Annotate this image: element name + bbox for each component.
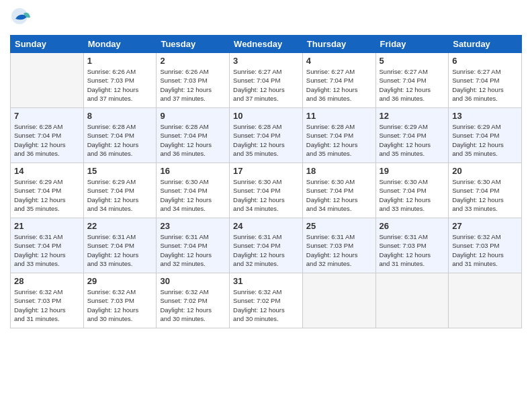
page: Sunday Monday Tuesday Wednesday Thursday… xyxy=(0,0,532,411)
day-number: 6 xyxy=(452,56,518,66)
day-number: 22 xyxy=(87,221,153,231)
day-info: Sunrise: 6:28 AMSunset: 7:04 PMDaylight:… xyxy=(306,122,372,158)
table-row xyxy=(302,273,375,328)
day-number: 5 xyxy=(380,56,445,66)
day-info: Sunrise: 6:28 AMSunset: 7:04 PMDaylight:… xyxy=(14,122,80,158)
table-row xyxy=(11,53,84,108)
day-info: Sunrise: 6:30 AMSunset: 7:04 PMDaylight:… xyxy=(233,177,299,213)
table-row: 24Sunrise: 6:31 AMSunset: 7:04 PMDayligh… xyxy=(230,218,303,273)
day-info: Sunrise: 6:27 AMSunset: 7:04 PMDaylight:… xyxy=(452,67,518,103)
day-number: 9 xyxy=(160,111,226,121)
table-row xyxy=(449,273,522,328)
day-number: 30 xyxy=(160,276,226,286)
logo xyxy=(10,7,37,31)
table-row: 18Sunrise: 6:30 AMSunset: 7:04 PMDayligh… xyxy=(302,163,375,218)
day-info: Sunrise: 6:27 AMSunset: 7:04 PMDaylight:… xyxy=(306,67,372,103)
calendar-row: 1Sunrise: 6:26 AMSunset: 7:03 PMDaylight… xyxy=(11,53,522,108)
table-row: 16Sunrise: 6:30 AMSunset: 7:04 PMDayligh… xyxy=(157,163,230,218)
day-number: 29 xyxy=(87,276,153,286)
table-row: 3Sunrise: 6:27 AMSunset: 7:04 PMDaylight… xyxy=(230,53,303,108)
weekday-header-row: Sunday Monday Tuesday Wednesday Thursday… xyxy=(11,36,522,53)
day-info: Sunrise: 6:29 AMSunset: 7:04 PMDaylight:… xyxy=(380,122,445,158)
day-number: 24 xyxy=(233,221,299,231)
day-number: 20 xyxy=(452,166,518,176)
day-info: Sunrise: 6:32 AMSunset: 7:02 PMDaylight:… xyxy=(233,287,299,323)
logo-icon xyxy=(10,7,34,31)
calendar-row: 28Sunrise: 6:32 AMSunset: 7:03 PMDayligh… xyxy=(11,273,522,328)
table-row: 22Sunrise: 6:31 AMSunset: 7:04 PMDayligh… xyxy=(83,218,157,273)
day-info: Sunrise: 6:32 AMSunset: 7:02 PMDaylight:… xyxy=(160,287,226,323)
day-info: Sunrise: 6:31 AMSunset: 7:04 PMDaylight:… xyxy=(160,232,226,268)
table-row: 10Sunrise: 6:28 AMSunset: 7:04 PMDayligh… xyxy=(230,108,303,163)
table-row: 30Sunrise: 6:32 AMSunset: 7:02 PMDayligh… xyxy=(157,273,230,328)
day-number: 16 xyxy=(160,166,226,176)
table-row: 15Sunrise: 6:29 AMSunset: 7:04 PMDayligh… xyxy=(83,163,157,218)
day-number: 12 xyxy=(380,111,445,121)
day-number: 21 xyxy=(14,221,80,231)
table-row: 5Sunrise: 6:27 AMSunset: 7:04 PMDaylight… xyxy=(375,53,449,108)
table-row: 31Sunrise: 6:32 AMSunset: 7:02 PMDayligh… xyxy=(230,273,303,328)
day-info: Sunrise: 6:32 AMSunset: 7:03 PMDaylight:… xyxy=(452,232,518,268)
table-row: 23Sunrise: 6:31 AMSunset: 7:04 PMDayligh… xyxy=(157,218,230,273)
table-row: 21Sunrise: 6:31 AMSunset: 7:04 PMDayligh… xyxy=(11,218,84,273)
day-info: Sunrise: 6:27 AMSunset: 7:04 PMDaylight:… xyxy=(233,67,299,103)
table-row: 27Sunrise: 6:32 AMSunset: 7:03 PMDayligh… xyxy=(449,218,522,273)
table-row: 17Sunrise: 6:30 AMSunset: 7:04 PMDayligh… xyxy=(230,163,303,218)
table-row: 4Sunrise: 6:27 AMSunset: 7:04 PMDaylight… xyxy=(302,53,375,108)
day-info: Sunrise: 6:26 AMSunset: 7:03 PMDaylight:… xyxy=(160,67,226,103)
header-wednesday: Wednesday xyxy=(230,36,303,53)
header-friday: Friday xyxy=(375,36,449,53)
day-info: Sunrise: 6:32 AMSunset: 7:03 PMDaylight:… xyxy=(87,287,153,323)
day-info: Sunrise: 6:30 AMSunset: 7:04 PMDaylight:… xyxy=(380,177,445,213)
calendar-row: 14Sunrise: 6:29 AMSunset: 7:04 PMDayligh… xyxy=(11,163,522,218)
calendar-row: 7Sunrise: 6:28 AMSunset: 7:04 PMDaylight… xyxy=(11,108,522,163)
header-sunday: Sunday xyxy=(11,36,84,53)
day-number: 31 xyxy=(233,276,299,286)
day-number: 10 xyxy=(233,111,299,121)
table-row xyxy=(375,273,449,328)
day-info: Sunrise: 6:29 AMSunset: 7:04 PMDaylight:… xyxy=(14,177,80,213)
day-number: 1 xyxy=(87,56,153,66)
table-row: 6Sunrise: 6:27 AMSunset: 7:04 PMDaylight… xyxy=(449,53,522,108)
table-row: 11Sunrise: 6:28 AMSunset: 7:04 PMDayligh… xyxy=(302,108,375,163)
table-row: 14Sunrise: 6:29 AMSunset: 7:04 PMDayligh… xyxy=(11,163,84,218)
day-number: 14 xyxy=(14,166,80,176)
day-number: 3 xyxy=(233,56,299,66)
day-number: 25 xyxy=(306,221,372,231)
table-row: 19Sunrise: 6:30 AMSunset: 7:04 PMDayligh… xyxy=(375,163,449,218)
calendar-row: 21Sunrise: 6:31 AMSunset: 7:04 PMDayligh… xyxy=(11,218,522,273)
table-row: 9Sunrise: 6:28 AMSunset: 7:04 PMDaylight… xyxy=(157,108,230,163)
calendar-table: Sunday Monday Tuesday Wednesday Thursday… xyxy=(10,35,522,328)
day-number: 27 xyxy=(452,221,518,231)
table-row: 28Sunrise: 6:32 AMSunset: 7:03 PMDayligh… xyxy=(11,273,84,328)
day-number: 19 xyxy=(380,166,445,176)
day-number: 17 xyxy=(233,166,299,176)
day-info: Sunrise: 6:28 AMSunset: 7:04 PMDaylight:… xyxy=(87,122,153,158)
day-number: 4 xyxy=(306,56,372,66)
header-thursday: Thursday xyxy=(302,36,375,53)
header-monday: Monday xyxy=(83,36,157,53)
day-number: 23 xyxy=(160,221,226,231)
day-number: 8 xyxy=(87,111,153,121)
day-number: 11 xyxy=(306,111,372,121)
day-info: Sunrise: 6:31 AMSunset: 7:04 PMDaylight:… xyxy=(87,232,153,268)
day-info: Sunrise: 6:27 AMSunset: 7:04 PMDaylight:… xyxy=(380,67,445,103)
table-row: 1Sunrise: 6:26 AMSunset: 7:03 PMDaylight… xyxy=(83,53,157,108)
table-row: 20Sunrise: 6:30 AMSunset: 7:04 PMDayligh… xyxy=(449,163,522,218)
day-number: 15 xyxy=(87,166,153,176)
table-row: 12Sunrise: 6:29 AMSunset: 7:04 PMDayligh… xyxy=(375,108,449,163)
table-row: 29Sunrise: 6:32 AMSunset: 7:03 PMDayligh… xyxy=(83,273,157,328)
table-row: 2Sunrise: 6:26 AMSunset: 7:03 PMDaylight… xyxy=(157,53,230,108)
table-row: 25Sunrise: 6:31 AMSunset: 7:03 PMDayligh… xyxy=(302,218,375,273)
day-info: Sunrise: 6:28 AMSunset: 7:04 PMDaylight:… xyxy=(160,122,226,158)
day-info: Sunrise: 6:26 AMSunset: 7:03 PMDaylight:… xyxy=(87,67,153,103)
day-info: Sunrise: 6:31 AMSunset: 7:03 PMDaylight:… xyxy=(380,232,445,268)
day-number: 28 xyxy=(14,276,80,286)
day-number: 7 xyxy=(14,111,80,121)
day-info: Sunrise: 6:29 AMSunset: 7:04 PMDaylight:… xyxy=(452,122,518,158)
table-row: 13Sunrise: 6:29 AMSunset: 7:04 PMDayligh… xyxy=(449,108,522,163)
table-row: 7Sunrise: 6:28 AMSunset: 7:04 PMDaylight… xyxy=(11,108,84,163)
header xyxy=(10,7,522,31)
day-info: Sunrise: 6:31 AMSunset: 7:03 PMDaylight:… xyxy=(306,232,372,268)
day-info: Sunrise: 6:28 AMSunset: 7:04 PMDaylight:… xyxy=(233,122,299,158)
